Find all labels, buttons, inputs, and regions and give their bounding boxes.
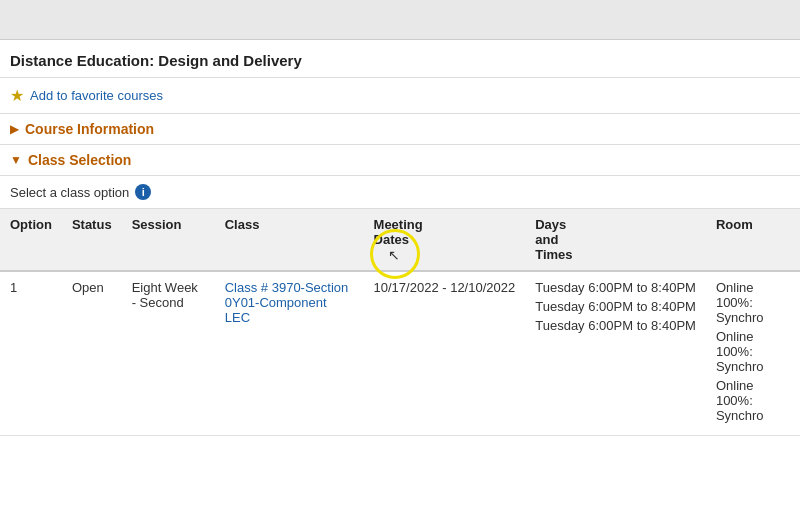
col-option: Option	[0, 209, 62, 271]
course-info-arrow: ▶	[10, 122, 19, 136]
cell-status: Open	[62, 271, 122, 436]
course-info-label: Course Information	[25, 121, 154, 137]
star-icon: ★	[10, 86, 24, 105]
class-link[interactable]: Class # 3970-Section 0Y01-Component LEC	[225, 280, 349, 325]
cell-class: Class # 3970-Section 0Y01-Component LEC	[215, 271, 364, 436]
table-header-row: Option Status Session Class MeetingDates…	[0, 209, 800, 271]
class-selection-header[interactable]: ▼ Class Selection	[0, 145, 800, 176]
cell-option: 1	[0, 271, 62, 436]
top-bar	[0, 0, 800, 40]
cell-room: Online 100%: SynchroOnline 100%: Synchro…	[706, 271, 800, 436]
room-entry: Online 100%: Synchro	[716, 280, 790, 325]
class-selection-arrow: ▼	[10, 153, 22, 167]
select-class-row: Select a class option i	[0, 176, 800, 209]
cell-days-times: Tuesday 6:00PM to 8:40PMTuesday 6:00PM t…	[525, 271, 706, 436]
days-times-entry: Tuesday 6:00PM to 8:40PM	[535, 318, 696, 333]
cell-meeting-dates: 10/17/2022 - 12/10/2022	[364, 271, 526, 436]
select-class-prompt: Select a class option	[10, 185, 129, 200]
col-class: Class	[215, 209, 364, 271]
course-information-header[interactable]: ▶ Course Information	[0, 114, 800, 145]
page-title: Distance Education: Design and Delivery	[0, 40, 800, 78]
col-session: Session	[122, 209, 215, 271]
info-icon[interactable]: i	[135, 184, 151, 200]
days-times-entry: Tuesday 6:00PM to 8:40PM	[535, 280, 696, 295]
class-selection-label: Class Selection	[28, 152, 132, 168]
days-times-entry: Tuesday 6:00PM to 8:40PM	[535, 299, 696, 314]
favorite-row: ★ Add to favorite courses	[0, 78, 800, 114]
col-meeting-dates: MeetingDates	[364, 209, 526, 271]
cell-session: Eight Week - Second	[122, 271, 215, 436]
room-entry: Online 100%: Synchro	[716, 378, 790, 423]
col-status: Status	[62, 209, 122, 271]
col-days-times: DaysandTimes	[525, 209, 706, 271]
class-table-container: ↖ Option Status Session Class MeetingDat…	[0, 209, 800, 436]
col-room: Room	[706, 209, 800, 271]
class-table: Option Status Session Class MeetingDates…	[0, 209, 800, 436]
table-row: 1OpenEight Week - SecondClass # 3970-Sec…	[0, 271, 800, 436]
room-entry: Online 100%: Synchro	[716, 329, 790, 374]
add-to-favorites-link[interactable]: Add to favorite courses	[30, 88, 163, 103]
